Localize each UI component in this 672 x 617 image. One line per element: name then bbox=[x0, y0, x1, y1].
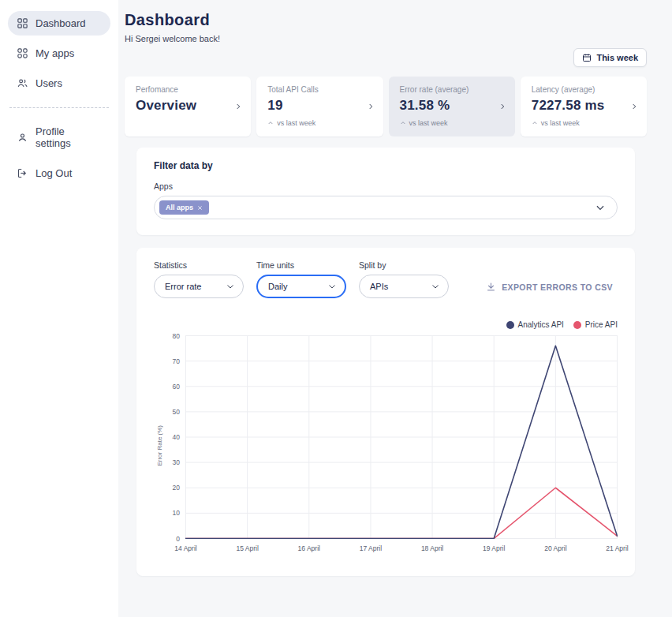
sidebar-item-label: Log Out bbox=[35, 167, 72, 179]
logout-icon bbox=[17, 167, 28, 179]
sidebar-item-log-out[interactable]: Log Out bbox=[8, 161, 110, 185]
plot-wrap: 14 April15 April16 April17 April18 April… bbox=[185, 335, 618, 555]
calendar-icon bbox=[582, 53, 592, 62]
stat-card-trend-label: vs last week bbox=[541, 119, 580, 127]
chevron-down-icon bbox=[431, 282, 440, 291]
chevron-right-icon bbox=[234, 103, 242, 110]
page-title: Dashboard bbox=[125, 11, 647, 29]
export-csv-button[interactable]: EXPORT ERRORS TO CSV bbox=[481, 281, 618, 293]
y-tick-label: 30 bbox=[173, 458, 180, 466]
chevron-down-icon bbox=[595, 202, 606, 213]
sidebar-item-label: Dashboard bbox=[35, 17, 86, 29]
stat-card-value: 19 bbox=[267, 98, 362, 114]
legend-item[interactable]: Price API bbox=[573, 320, 618, 329]
y-tick-label: 50 bbox=[173, 408, 180, 416]
chevron-down-icon bbox=[226, 282, 235, 291]
chevron-right-icon bbox=[498, 103, 506, 110]
time-units-label: Time units bbox=[256, 260, 346, 270]
x-tick-label: 21 April bbox=[606, 544, 628, 552]
apps-field-label: Apps bbox=[154, 181, 618, 191]
dashboard-grid-icon bbox=[17, 17, 28, 29]
y-axis-ticks: 01020304050607080 bbox=[165, 335, 185, 539]
split-by-control: Split by APIs bbox=[359, 260, 449, 298]
apps-grid-icon bbox=[17, 47, 28, 59]
legend-dot bbox=[573, 321, 581, 329]
stat-card-label: Total API Calls bbox=[267, 85, 362, 94]
chart-area: Error Rate (%) 01020304050607080 14 Apri… bbox=[154, 335, 618, 555]
split-by-label: Split by bbox=[359, 260, 449, 270]
split-by-select[interactable]: APIs bbox=[359, 275, 449, 298]
this-week-button[interactable]: This week bbox=[573, 48, 647, 67]
stat-card-trend-label: vs last week bbox=[409, 119, 448, 127]
sidebar-divider bbox=[9, 107, 109, 108]
stat-card-label: Perfomance bbox=[136, 85, 230, 94]
x-axis-labels: 14 April15 April16 April17 April18 April… bbox=[185, 544, 618, 555]
statistics-control: Statistics Error rate bbox=[154, 260, 244, 298]
statistics-select[interactable]: Error rate bbox=[154, 275, 244, 298]
statistics-label: Statistics bbox=[154, 260, 244, 270]
stat-card-label: Latency (average) bbox=[532, 85, 626, 94]
this-week-label: This week bbox=[596, 53, 638, 62]
stat-cards-row: Perfomance Overview Total API Calls 19 v… bbox=[125, 77, 647, 136]
chart-controls: Statistics Error rate Time units Daily S… bbox=[154, 260, 618, 298]
stat-card-latency[interactable]: Latency (average) 7227.58 ms vs last wee… bbox=[521, 77, 647, 136]
sidebar: Dashboard My apps Users Profile settings… bbox=[0, 0, 118, 617]
y-tick-label: 40 bbox=[173, 433, 180, 441]
legend-dot bbox=[506, 321, 514, 329]
time-units-select[interactable]: Daily bbox=[256, 275, 346, 298]
x-tick-label: 18 April bbox=[421, 544, 443, 552]
chart-svg bbox=[185, 335, 618, 539]
stat-card-trend: vs last week bbox=[267, 119, 362, 127]
time-units-value: Daily bbox=[268, 282, 287, 291]
legend-label: Price API bbox=[585, 320, 618, 329]
users-icon bbox=[17, 77, 28, 89]
statistics-value: Error rate bbox=[165, 282, 201, 291]
sidebar-item-dashboard[interactable]: Dashboard bbox=[8, 11, 110, 36]
welcome-message: Hi Sergei welcome back! bbox=[125, 34, 647, 43]
chart-panel: Statistics Error rate Time units Daily S… bbox=[136, 248, 635, 576]
legend-label: Analytics API bbox=[518, 320, 564, 329]
stat-card-label: Error rate (average) bbox=[400, 85, 495, 94]
stat-card-trend-label: vs last week bbox=[277, 119, 315, 127]
x-tick-label: 14 April bbox=[174, 544, 196, 552]
profile-icon bbox=[17, 132, 28, 144]
sidebar-item-label: My apps bbox=[35, 47, 74, 59]
x-tick-label: 16 April bbox=[298, 544, 320, 552]
stat-card-total-api-calls[interactable]: Total API Calls 19 vs last week bbox=[256, 77, 383, 136]
close-icon[interactable] bbox=[197, 205, 203, 211]
chip-label: All apps bbox=[166, 204, 193, 211]
caret-up-icon bbox=[400, 120, 406, 126]
time-units-control: Time units Daily bbox=[256, 260, 346, 298]
all-apps-chip[interactable]: All apps bbox=[159, 200, 209, 215]
main-content: Dashboard Hi Sergei welcome back! This w… bbox=[118, 0, 672, 617]
sidebar-item-label: Profile settings bbox=[35, 125, 102, 149]
filter-panel: Filter data by Apps All apps bbox=[136, 148, 635, 235]
sidebar-item-users[interactable]: Users bbox=[8, 71, 110, 95]
sidebar-item-profile-settings[interactable]: Profile settings bbox=[8, 119, 110, 155]
stat-card-trend: vs last week bbox=[532, 119, 626, 127]
chevron-down-icon bbox=[327, 282, 337, 291]
chart-legend: Analytics APIPrice API bbox=[154, 320, 618, 329]
legend-item[interactable]: Analytics API bbox=[506, 320, 564, 329]
stat-card-error-rate[interactable]: Error rate (average) 31.58 % vs last wee… bbox=[389, 77, 515, 136]
x-tick-label: 20 April bbox=[544, 544, 566, 552]
x-tick-label: 17 April bbox=[360, 544, 382, 552]
chevron-right-icon bbox=[367, 103, 375, 110]
stat-card-value: 7227.58 ms bbox=[532, 98, 626, 114]
export-csv-label: EXPORT ERRORS TO CSV bbox=[502, 282, 613, 292]
stat-card-trend: vs last week bbox=[400, 119, 495, 127]
stat-card-value: 31.58 % bbox=[400, 98, 495, 114]
download-icon bbox=[486, 282, 496, 292]
filter-panel-title: Filter data by bbox=[154, 160, 618, 171]
y-tick-label: 60 bbox=[173, 383, 180, 391]
sidebar-item-label: Users bbox=[35, 77, 62, 89]
caret-up-icon bbox=[532, 120, 538, 126]
stat-card-value: Overview bbox=[136, 98, 230, 114]
caret-up-icon bbox=[267, 120, 274, 126]
sidebar-item-my-apps[interactable]: My apps bbox=[8, 41, 110, 65]
y-tick-label: 10 bbox=[173, 509, 180, 517]
apps-select[interactable]: All apps bbox=[154, 196, 618, 219]
y-axis-title: Error Rate (%) bbox=[154, 335, 165, 555]
stat-card-performance[interactable]: Perfomance Overview bbox=[125, 77, 251, 136]
x-tick-label: 15 April bbox=[236, 544, 258, 552]
